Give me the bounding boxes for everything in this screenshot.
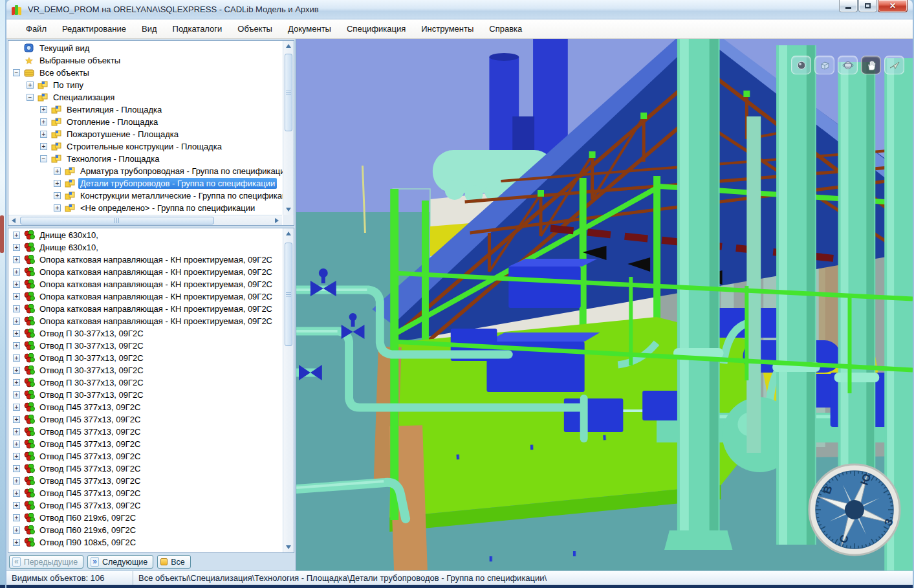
expand-icon[interactable]: + (13, 367, 20, 374)
all-button[interactable]: Все (157, 555, 191, 569)
tree-item[interactable]: +Детали трубопроводов - Группа по специф… (8, 177, 294, 190)
expand-icon[interactable]: + (13, 342, 20, 349)
list-item[interactable]: +Опора катковая направляющая - КН проект… (8, 315, 282, 327)
expand-icon[interactable]: + (13, 428, 20, 435)
list-item[interactable]: +Опора катковая направляющая - КН проект… (8, 254, 282, 266)
expand-icon[interactable]: + (13, 244, 20, 251)
tree-item[interactable]: +Вентиляция - Площадка (8, 103, 294, 116)
maximize-button[interactable] (858, 0, 877, 12)
list-item[interactable]: +Отвод П 30-377х13, 09Г2С (8, 352, 282, 364)
list-item[interactable]: +Отвод П90 108х5, 09Г2С (8, 536, 282, 549)
expand-icon[interactable]: + (54, 180, 61, 187)
menu-item-7[interactable]: Инструменты (413, 21, 481, 37)
title-bar[interactable]: VR_DEMO_PROM на ORELYANA\SQLEXPRESS - CA… (6, 0, 913, 19)
list-item[interactable]: +Отвод П45 377х13, 09Г2С (8, 426, 282, 438)
expand-icon[interactable]: + (54, 192, 61, 199)
expand-icon[interactable]: + (13, 441, 20, 448)
scroll-right-arrow[interactable] (272, 215, 282, 226)
close-button[interactable]: ✕ (878, 0, 908, 12)
expand-icon[interactable]: + (13, 379, 20, 386)
collapse-icon[interactable]: − (40, 155, 47, 162)
expand-icon[interactable]: + (13, 354, 20, 362)
next-button[interactable]: » Следующие (87, 555, 153, 569)
list-item[interactable]: +Отвод П45 377х13, 09Г2С (8, 438, 282, 450)
tree-item[interactable]: −Все объекты (8, 67, 294, 79)
expand-icon[interactable]: + (13, 305, 20, 312)
collapse-icon[interactable]: − (13, 69, 20, 76)
list-item[interactable]: +Отвод П60 219х6, 09Г2С (8, 524, 282, 536)
list-item[interactable]: +Отвод П 30-377х13, 09Г2С (8, 389, 282, 401)
collapse-icon[interactable]: − (27, 94, 34, 101)
list-item[interactable]: +Отвод П45 377х13, 09Г2С (8, 475, 282, 487)
list-item[interactable]: +Отвод П 30-377х13, 09Г2С (8, 340, 282, 352)
list-item[interactable]: +Отвод П 30-377х13, 09Г2С (8, 364, 282, 376)
list-item[interactable]: +Отвод П45 377х13, 09Г2С (8, 487, 282, 499)
orbit-globe-button[interactable] (838, 56, 858, 74)
view-cube-button[interactable] (814, 56, 834, 74)
scroll-down-arrow[interactable] (283, 204, 294, 215)
tree-scroll-thumb[interactable] (285, 54, 292, 131)
expand-icon[interactable]: + (27, 82, 34, 89)
pan-hand-button[interactable] (861, 56, 881, 74)
menu-item-2[interactable]: Вид (134, 21, 165, 37)
scroll-up-arrow[interactable] (283, 228, 294, 239)
menu-item-4[interactable]: Объекты (230, 21, 280, 37)
scroll-left-arrow[interactable] (8, 215, 19, 226)
expand-icon[interactable]: + (13, 477, 20, 485)
expand-icon[interactable]: + (13, 465, 20, 472)
tree-item[interactable]: +Конструкции металлические - Группа по с… (8, 190, 294, 202)
tree-item[interactable]: −Технология - Площадка (8, 153, 294, 165)
expand-icon[interactable]: + (13, 391, 20, 398)
expand-icon[interactable]: + (13, 281, 20, 288)
list-item[interactable]: +Опора катковая направляющая - КН проект… (8, 290, 282, 303)
expand-icon[interactable]: + (13, 490, 20, 497)
tree-hscroll-thumb[interactable] (20, 217, 214, 224)
tree-item[interactable]: +Текущий вид (8, 42, 294, 54)
tree-item[interactable]: −Специализация (8, 91, 294, 103)
scroll-down-arrow[interactable] (283, 542, 294, 552)
tree-item[interactable]: +Арматура трубопроводная - Группа по спе… (8, 165, 294, 177)
expand-icon[interactable]: + (40, 143, 47, 150)
expand-icon[interactable]: + (13, 514, 20, 521)
menu-item-6[interactable]: Спецификация (339, 21, 413, 37)
tree-item[interactable]: +Пожаротушение - Площадка (8, 128, 294, 140)
tree-vertical-scrollbar[interactable] (283, 41, 294, 215)
list-item[interactable]: +Отвод П45 377х13, 09Г2С (8, 499, 282, 512)
3d-viewport[interactable]: В З С Ю (296, 39, 913, 571)
tree-item[interactable]: +По типу (8, 79, 294, 91)
menu-item-8[interactable]: Справка (481, 21, 530, 37)
menu-item-3[interactable]: Подкаталоги (165, 21, 230, 37)
expand-icon[interactable]: + (13, 502, 20, 509)
list-item[interactable]: +Отвод П45 377х13, 09Г2С (8, 401, 282, 413)
expand-icon[interactable]: + (13, 256, 20, 263)
list-scroll-thumb[interactable] (285, 243, 292, 346)
expand-icon[interactable]: + (40, 106, 47, 113)
list-vertical-scrollbar[interactable] (283, 228, 294, 552)
list-item[interactable]: +Опора катковая направляющая - КН проект… (8, 303, 282, 315)
expand-icon[interactable]: + (40, 118, 47, 125)
expand-icon[interactable]: + (13, 318, 20, 325)
menu-item-5[interactable]: Документы (280, 21, 339, 37)
scroll-up-arrow[interactable] (283, 41, 294, 51)
expand-icon[interactable]: + (13, 268, 20, 276)
expand-icon[interactable]: + (40, 131, 47, 138)
list-item[interactable]: +Отвод П60 219х6, 09Г2С (8, 512, 282, 524)
expand-icon[interactable]: + (54, 168, 61, 175)
list-item[interactable]: +Отвод П45 377х13, 09Г2С (8, 413, 282, 426)
tree-item[interactable]: +★Выбранные объекты (8, 54, 294, 67)
expand-icon[interactable]: + (13, 330, 20, 337)
list-item[interactable]: +Днище 630х10, (8, 241, 282, 254)
expand-icon[interactable]: + (13, 404, 20, 411)
fly-button[interactable] (884, 56, 904, 74)
expand-icon[interactable]: + (13, 416, 20, 423)
list-item[interactable]: +Отвод П 30-377х13, 09Г2С (8, 327, 282, 340)
list-item[interactable]: +Отвод П45 377х13, 09Г2С (8, 450, 282, 463)
expand-icon[interactable]: + (13, 453, 20, 460)
tree-item[interactable]: +Отопление - Площадка (8, 116, 294, 128)
expand-icon[interactable]: + (13, 527, 20, 534)
tree-item[interactable]: +<Не определено> - Группа по спецификаци… (8, 202, 294, 214)
menu-item-1[interactable]: Редактирование (54, 21, 134, 37)
expand-icon[interactable]: + (13, 232, 20, 239)
previous-button[interactable]: « Передыдущие (9, 555, 83, 569)
expand-icon[interactable]: + (13, 539, 20, 546)
